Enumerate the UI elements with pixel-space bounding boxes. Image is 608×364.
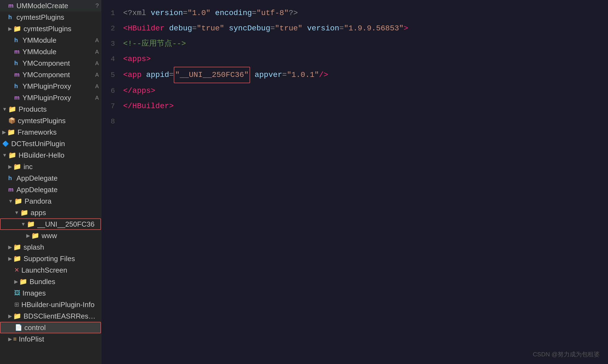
chevron-icon: ▶ bbox=[8, 313, 12, 319]
a-badge: A bbox=[95, 72, 99, 78]
sidebar-item-pandora[interactable]: ▼ 📁 Pandora bbox=[0, 195, 101, 207]
a-badge: A bbox=[95, 60, 99, 67]
line-number: 3 bbox=[101, 36, 120, 51]
sidebar-label: cymtestPlugins bbox=[24, 25, 99, 33]
h-icon: h bbox=[14, 83, 20, 90]
m-icon: m bbox=[14, 48, 20, 55]
code-line-4: 4 <apps> bbox=[101, 51, 608, 67]
sidebar-item-frameworks[interactable]: ▶ 📁 Frameworks bbox=[0, 126, 101, 138]
m-icon: m bbox=[14, 71, 20, 78]
sidebar-item-appdelegate-m[interactable]: m AppDelegate bbox=[0, 184, 101, 195]
a-badge: A bbox=[95, 95, 99, 101]
sidebar-label: Images bbox=[22, 289, 99, 297]
line-number: 8 bbox=[101, 114, 120, 129]
h-icon: h bbox=[8, 14, 14, 21]
sidebar-label: AppDelegate bbox=[16, 186, 99, 194]
a-badge: A bbox=[95, 83, 99, 89]
sidebar-item-cymtest-h[interactable]: h cymtestPlugins bbox=[0, 11, 101, 23]
plugin-icon: 🔷 bbox=[2, 140, 9, 147]
sidebar-label: YMModule bbox=[22, 36, 95, 45]
sidebar-item-appdelegate-h[interactable]: h AppDelegate bbox=[0, 172, 101, 184]
folder-icon: 📁 bbox=[8, 151, 16, 159]
sidebar-label: inc bbox=[24, 163, 99, 171]
sidebar-item-hbuilder-uniplugin-info[interactable]: ⊞ HBuilder-uniPlugin-Info bbox=[0, 299, 101, 310]
line-content: </HBuilder> bbox=[120, 99, 608, 114]
folder-icon: 📁 bbox=[14, 197, 22, 205]
code-area[interactable]: 1 <?xml version="1.0" encoding="utf-8"?>… bbox=[101, 0, 608, 364]
sidebar-item-uni-250fc36[interactable]: ▼ 📁 __UNI__250FC36 bbox=[0, 218, 101, 230]
sidebar-item-cymtest-product[interactable]: 📦 cymtestPlugins bbox=[0, 115, 101, 126]
code-line-2: 2 <HBuilder debug="true" syncDebug="true… bbox=[101, 21, 608, 36]
sidebar-item-ummodelcreate[interactable]: m UMModelCreate ? bbox=[0, 0, 101, 11]
sidebar-item-launchscreen[interactable]: ✕ LaunchScreen bbox=[0, 264, 101, 276]
sidebar-label: Products bbox=[19, 105, 99, 114]
m-icon: m bbox=[8, 186, 14, 193]
sidebar-item-ymmodule-m[interactable]: m YMModule A bbox=[0, 46, 101, 57]
sidebar-label: cymtestPlugins bbox=[16, 13, 99, 22]
chevron-icon: ▼ bbox=[21, 221, 26, 227]
chevron-icon: ▼ bbox=[2, 152, 7, 158]
sidebar-label: apps bbox=[31, 209, 99, 217]
sidebar-item-www[interactable]: ▶ 📁 www bbox=[0, 230, 101, 241]
sidebar-item-bundles[interactable]: ▶ 📁 Bundles bbox=[0, 276, 101, 287]
sidebar-item-ymcomponent-h[interactable]: h YMComponent A bbox=[0, 57, 101, 69]
sidebar-item-hbuilder-hello[interactable]: ▼ 📁 HBuilder-Hello bbox=[0, 149, 101, 161]
sidebar-item-supporting-files[interactable]: ▶ 📁 Supporting Files bbox=[0, 253, 101, 264]
line-content: <?xml version="1.0" encoding="utf-8"?> bbox=[120, 5, 608, 21]
sidebar-item-bdsclient[interactable]: ▶ 📁 BDSClientEASRResources bbox=[0, 310, 101, 322]
sidebar-item-apps[interactable]: ▼ 📁 apps bbox=[0, 207, 101, 218]
chevron-icon: ▼ bbox=[8, 198, 13, 204]
chevron-icon: ▶ bbox=[8, 256, 12, 262]
sidebar-item-products[interactable]: ▼ 📁 Products bbox=[0, 103, 101, 115]
sidebar-label: splash bbox=[24, 243, 99, 252]
watermark: CSDN @努力成为包租婆 bbox=[533, 350, 600, 359]
h-icon: h bbox=[14, 60, 20, 67]
file-icon: 📄 bbox=[15, 324, 22, 331]
chevron-icon: ▶ bbox=[8, 336, 12, 342]
code-editor: 1 <?xml version="1.0" encoding="utf-8"?>… bbox=[101, 0, 608, 364]
sidebar-item-control[interactable]: 📄 control bbox=[0, 322, 101, 333]
sidebar-label: DCTestUniPlugin bbox=[11, 140, 99, 148]
sidebar-label: cymtestPlugins bbox=[18, 117, 99, 125]
code-line-3: 3 <!--应用节点--> bbox=[101, 36, 608, 51]
sidebar-label: Frameworks bbox=[18, 128, 99, 137]
folder-icon: 📁 bbox=[13, 255, 21, 262]
chevron-icon: ▶ bbox=[26, 233, 30, 239]
line-content: </apps> bbox=[120, 83, 608, 99]
sidebar-label: Bundles bbox=[30, 278, 99, 286]
code-line-6: 6 </apps> bbox=[101, 83, 608, 99]
sidebar-item-ymmodule-h[interactable]: h YMModule A bbox=[0, 34, 101, 46]
sidebar-label: InfoPlist bbox=[19, 335, 99, 343]
chevron-icon: ▶ bbox=[8, 244, 12, 250]
folder-icon: 📁 bbox=[13, 312, 21, 320]
chevron-icon: ▼ bbox=[14, 210, 19, 216]
sidebar-label: HBuilder-Hello bbox=[19, 151, 99, 160]
line-number: 1 bbox=[101, 5, 120, 21]
sidebar-label: YMPluginProxy bbox=[22, 82, 95, 91]
sidebar-item-ympluginproxy-m[interactable]: m YMPluginProxy A bbox=[0, 92, 101, 103]
a-badge: A bbox=[95, 49, 99, 55]
sidebar-item-cymtest-folder[interactable]: ▶ 📁 cymtestPlugins bbox=[0, 23, 101, 34]
sidebar-item-inc[interactable]: ▶ 📁 inc bbox=[0, 161, 101, 172]
folder-icon: 📁 bbox=[20, 209, 28, 216]
sidebar-label: BDSClientEASRResources bbox=[24, 312, 99, 320]
a-badge: A bbox=[95, 37, 99, 44]
sidebar-label: AppDelegate bbox=[16, 174, 99, 183]
sidebar-item-dctestuniplugin[interactable]: 🔷 DCTestUniPlugin bbox=[0, 138, 101, 149]
sidebar-item-images[interactable]: 🖼 Images bbox=[0, 287, 101, 299]
sidebar-item-ymcomponent-m[interactable]: m YMComponent A bbox=[0, 69, 101, 80]
sidebar-item-splash[interactable]: ▶ 📁 splash bbox=[0, 241, 101, 253]
folder-icon: 📁 bbox=[27, 220, 35, 228]
sidebar-item-ympluginproxy-h[interactable]: h YMPluginProxy A bbox=[0, 80, 101, 92]
sidebar-label: control bbox=[24, 323, 98, 332]
images-icon: 🖼 bbox=[14, 290, 20, 297]
sidebar-label: Supporting Files bbox=[24, 255, 99, 263]
chevron-icon: ▶ bbox=[8, 26, 12, 32]
sidebar-label: www bbox=[42, 232, 99, 240]
plist-icon: ⊞ bbox=[14, 301, 19, 308]
folder-icon: 📁 bbox=[31, 232, 39, 239]
line-content: <!--应用节点--> bbox=[120, 36, 608, 51]
sidebar-label: HBuilder-uniPlugin-Info bbox=[21, 301, 99, 309]
sidebar-item-infoplist[interactable]: ▶ ≡ InfoPlist bbox=[0, 333, 101, 345]
sidebar-label: Pandora bbox=[25, 197, 99, 206]
